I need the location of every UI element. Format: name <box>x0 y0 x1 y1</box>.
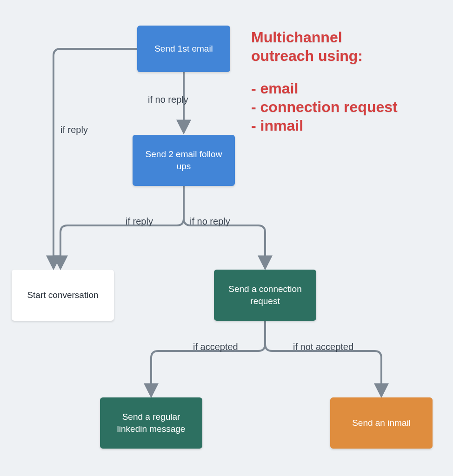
node-label: Send a connection request <box>221 283 309 307</box>
title-line-1: Multichannel <box>251 28 398 46</box>
flowchart-canvas: Send 1st email Send 2 email follow ups S… <box>0 0 453 476</box>
title-bullet: - inmail <box>251 116 398 135</box>
node-label: Send a regular linkedin message <box>107 411 195 435</box>
edge-label-no-reply-2: if no reply <box>190 216 230 227</box>
node-send-connection-request: Send a connection request <box>214 270 316 321</box>
node-label: Send an inmail <box>352 417 411 429</box>
edge-label-reply-left: if reply <box>60 125 88 135</box>
edge-label-accepted: if accepted <box>193 342 238 352</box>
edge-label-no-reply-1: if no reply <box>148 94 188 105</box>
title-block: Multichannel outreach using: - email - c… <box>251 28 398 135</box>
edge-label-reply-2: if reply <box>126 216 153 227</box>
node-send-linkedin-message: Send a regular linkedin message <box>100 397 202 449</box>
title-line-2: outreach using: <box>251 46 398 65</box>
title-bullet: - email <box>251 79 398 98</box>
node-label: Send 2 email follow ups <box>140 148 227 172</box>
node-label: Send 1st email <box>154 43 213 55</box>
node-send-first-email: Send 1st email <box>137 26 230 72</box>
node-send-inmail: Send an inmail <box>330 397 433 449</box>
edge-label-not-accepted: if not accepted <box>293 342 353 352</box>
node-start-conversation: Start conversation <box>12 270 114 321</box>
node-label: Start conversation <box>27 289 98 301</box>
node-send-followups: Send 2 email follow ups <box>133 135 235 186</box>
title-bullet: - connection request <box>251 98 398 116</box>
